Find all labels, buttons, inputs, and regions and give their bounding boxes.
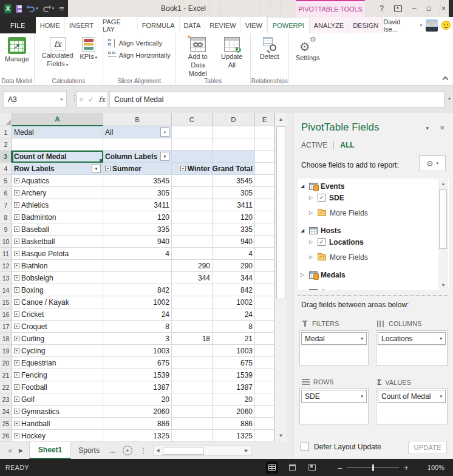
filter-dropdown-icon[interactable]: ▾ (160, 152, 169, 161)
cell-E2[interactable] (255, 138, 274, 151)
tab-insert[interactable]: INSERT (65, 17, 98, 33)
cell-C23[interactable] (172, 393, 213, 406)
cell-A19[interactable]: +Cycling (12, 345, 103, 357)
kpis-button[interactable]: KPIs (78, 35, 100, 61)
cell-A2[interactable] (12, 138, 103, 151)
cell-D24[interactable]: 2060 (213, 406, 255, 418)
row-header-3[interactable]: 3 (0, 151, 12, 163)
cell-B4[interactable]: +Summer (103, 163, 172, 175)
cell-B9[interactable]: 335 (103, 223, 172, 236)
detect-button[interactable]: Detect (254, 35, 285, 61)
cell-D12[interactable]: 290 (213, 260, 255, 272)
tab-home[interactable]: HOME (36, 17, 65, 33)
vertical-scroll-thumb[interactable] (276, 126, 285, 299)
row-header-22[interactable]: 22 (0, 381, 12, 393)
cell-D22[interactable]: 1387 (213, 381, 255, 393)
expand-icon[interactable]: + (14, 251, 19, 256)
cell-B16[interactable]: 24 (103, 308, 172, 321)
field-list-scrollbar[interactable]: ▲ ▼ (438, 179, 448, 290)
cell-C25[interactable] (172, 418, 213, 430)
cell-D13[interactable]: 344 (213, 272, 255, 284)
expand-icon[interactable]: + (14, 372, 19, 378)
cell-B23[interactable]: 20 (103, 393, 172, 406)
maximize-button[interactable]: □ (427, 5, 431, 12)
cell-A16[interactable]: +Cricket (12, 308, 103, 321)
customize-qat-button[interactable] (60, 7, 64, 10)
cell-C2[interactable] (172, 138, 213, 151)
cell-E3[interactable] (255, 151, 274, 163)
row-header-18[interactable]: 18 (0, 333, 12, 345)
field-item-locations[interactable]: ▷✓Locations (301, 237, 437, 247)
field-group-hosts[interactable]: ◢Hosts (301, 225, 437, 236)
expand-icon[interactable]: + (14, 214, 19, 220)
column-header-E[interactable]: E (255, 113, 274, 126)
user-avatar[interactable] (426, 19, 438, 32)
expand-icon[interactable]: + (14, 324, 19, 329)
expand-icon[interactable]: ▷ (309, 239, 318, 245)
cell-C7[interactable] (172, 199, 213, 211)
cell-A17[interactable]: +Croquet (12, 321, 103, 333)
cell-D2[interactable] (213, 138, 255, 151)
expand-icon[interactable]: + (14, 178, 19, 183)
cell-B17[interactable]: 8 (103, 321, 172, 333)
scroll-left-icon[interactable]: ◀ (154, 446, 162, 455)
tab-review[interactable]: REVIEW (205, 17, 240, 33)
expand-icon[interactable]: + (14, 433, 19, 438)
cell-B12[interactable] (103, 260, 172, 272)
scroll-down-icon[interactable]: ▼ (275, 430, 287, 441)
cell-D25[interactable]: 886 (213, 418, 255, 430)
field-group-medals[interactable]: ▷Medals (301, 270, 437, 280)
cell-E6[interactable] (255, 187, 274, 199)
undo-dropdown-icon[interactable]: ▾ (36, 6, 38, 11)
field-chip-medal[interactable]: Medal▾ (301, 332, 367, 345)
tab-formula[interactable]: FORMULA (138, 17, 180, 33)
help-button[interactable]: ? (380, 5, 384, 12)
cell-D9[interactable]: 335 (213, 223, 255, 236)
row-header-8[interactable]: 8 (0, 211, 12, 223)
cell-D5[interactable]: 3545 (213, 175, 255, 187)
name-box-dropdown-icon[interactable]: ▾ (60, 97, 63, 102)
cell-B11[interactable]: 4 (103, 248, 172, 260)
expand-icon[interactable]: + (14, 384, 19, 390)
chip-dropdown-icon[interactable]: ▾ (361, 394, 363, 399)
cell-E26[interactable] (255, 430, 274, 442)
cell-B22[interactable]: 1387 (103, 381, 172, 393)
sheet-tab-sheet1[interactable]: Sheet1 (29, 442, 71, 459)
tab-analyze[interactable]: ANALYZE (310, 17, 349, 33)
expand-icon[interactable]: + (14, 299, 19, 305)
cell-B15[interactable]: 1002 (103, 296, 172, 308)
pane-options-dropdown-icon[interactable]: ▾ (426, 125, 429, 131)
expand-icon[interactable]: + (14, 396, 19, 402)
cell-A12[interactable]: +Biathlon (12, 260, 103, 272)
tab-powerpivot[interactable]: POWERPI (267, 17, 310, 33)
redo-button[interactable]: ▾ (43, 5, 55, 13)
pane-close-icon[interactable]: × (440, 123, 444, 132)
expand-icon[interactable]: + (14, 336, 19, 341)
expand-formula-bar-icon[interactable]: ▾ (448, 96, 451, 101)
cancel-icon[interactable]: × (80, 95, 84, 104)
chip-dropdown-icon[interactable]: ▾ (440, 336, 442, 341)
row-header-20[interactable]: 20 (0, 357, 12, 369)
cell-C20[interactable] (172, 357, 213, 369)
row-header-10[interactable]: 10 (0, 236, 12, 248)
tab-all[interactable]: ALL (340, 141, 354, 149)
rows-area-box[interactable]: SDE▾ (299, 388, 369, 424)
cell-C11[interactable] (172, 248, 213, 260)
cell-C1[interactable] (172, 126, 213, 138)
cell-D1[interactable] (213, 126, 255, 138)
expand-icon[interactable]: ▷ (309, 254, 318, 260)
cell-E22[interactable] (255, 381, 274, 393)
cell-B13[interactable] (103, 272, 172, 284)
cell-C15[interactable] (172, 296, 213, 308)
cell-E12[interactable] (255, 260, 274, 272)
cell-C13[interactable]: 344 (172, 272, 213, 284)
expand-icon[interactable]: + (14, 287, 19, 293)
cell-A8[interactable]: +Badminton (12, 211, 103, 223)
cell-E24[interactable] (255, 406, 274, 418)
cell-A11[interactable]: +Basque Pelota (12, 248, 103, 260)
columns-area-box[interactable]: Locations▾ (376, 330, 448, 365)
page-break-preview-icon[interactable] (306, 461, 318, 474)
cell-C22[interactable] (172, 381, 213, 393)
expand-icon[interactable]: ▷ (301, 272, 309, 277)
row-header-26[interactable]: 26 (0, 430, 12, 442)
